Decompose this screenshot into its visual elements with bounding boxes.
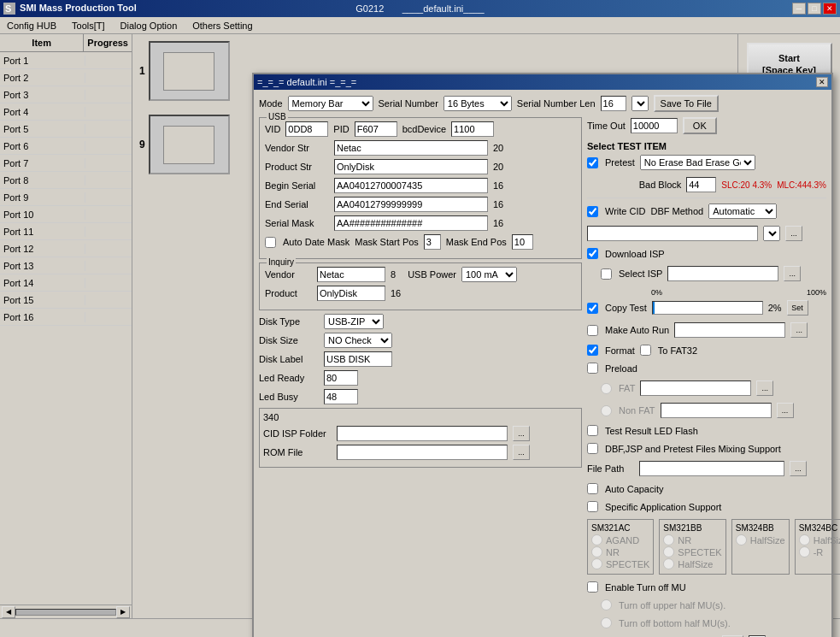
auto-date-checkbox[interactable] (265, 237, 276, 248)
fat-input[interactable] (640, 380, 751, 396)
format-checkbox[interactable] (587, 345, 598, 356)
dbf-mixing-checkbox[interactable] (587, 443, 598, 454)
dialog-columns: USB VID PID bcdDevice Vendor Str (259, 117, 826, 637)
test-result-label: Test Result LED Flash (605, 426, 698, 436)
led-ready-input[interactable] (324, 370, 358, 386)
pretest-checkbox[interactable] (587, 157, 598, 168)
write-cid-browse-button[interactable]: ... (785, 226, 802, 241)
non-fat-browse-button[interactable]: ... (777, 403, 794, 418)
mask-start-input[interactable] (424, 234, 441, 250)
dialog-close-button[interactable]: ✕ (816, 77, 828, 87)
non-fat-input[interactable] (661, 403, 772, 418)
close-button[interactable]: ✕ (823, 3, 837, 15)
sm321bb-spectek-radio[interactable] (663, 546, 674, 557)
fat-radio[interactable] (601, 383, 612, 394)
make-auto-run-checkbox[interactable] (587, 325, 598, 336)
sn-len-input[interactable] (601, 96, 626, 111)
write-cid-checkbox[interactable] (587, 206, 598, 217)
sm321bb-nr-radio[interactable] (663, 534, 674, 546)
led-busy-input[interactable] (324, 389, 358, 404)
to-fat32-checkbox[interactable] (640, 345, 651, 356)
product-input[interactable] (317, 286, 385, 301)
cid-row: CID ISP Folder ... (263, 426, 578, 441)
timeout-input[interactable] (631, 118, 678, 133)
rom-input[interactable] (337, 445, 508, 460)
end-serial-input[interactable] (334, 197, 488, 212)
file-path-input[interactable] (639, 461, 784, 476)
maximize-button[interactable]: □ (808, 3, 821, 15)
minimize-button[interactable]: ─ (792, 3, 806, 15)
port-1-inner (163, 52, 214, 91)
select-isp-input[interactable] (667, 266, 778, 281)
product-str-row: Product Str 20 (265, 159, 576, 174)
horizontal-scrollbar[interactable]: ◀ ▶ (0, 605, 132, 618)
sm321ac-spectek-radio[interactable] (591, 558, 602, 569)
usb-power-select[interactable]: 100 mA (461, 267, 517, 282)
cid-browse-button[interactable]: ... (513, 426, 530, 441)
fat-browse-button[interactable]: ... (756, 380, 773, 396)
table-row: Port 3 (0, 86, 132, 103)
serial-mask-input[interactable] (334, 215, 488, 231)
copy-set-button[interactable]: Set (787, 300, 808, 316)
make-auto-run-input[interactable] (674, 322, 785, 338)
vendor-str-input[interactable] (334, 140, 488, 156)
disk-size-select[interactable]: NO Check (324, 333, 392, 348)
vid-input[interactable] (285, 121, 328, 137)
timeout-row: Time Out OK (587, 117, 826, 134)
specific-app-checkbox[interactable] (587, 501, 598, 512)
disk-type-select[interactable]: USB-ZIP (324, 314, 384, 329)
menu-config-hub[interactable]: Config HUB (3, 19, 60, 32)
write-cid-dropdown[interactable]: ▼ (763, 226, 780, 241)
sm324bc-r-radio[interactable] (799, 546, 810, 557)
write-cid-text-input[interactable] (587, 226, 758, 241)
turn-off-bottom-radio[interactable] (601, 617, 612, 628)
sm321ac-nr-radio[interactable] (591, 546, 602, 557)
sm321bb-halfsize-radio[interactable] (663, 558, 674, 569)
dbf-method-select[interactable]: Automatic (708, 203, 777, 219)
product-str-input[interactable] (334, 159, 488, 174)
isp-browse-button[interactable]: ... (784, 266, 801, 281)
scroll-right-btn[interactable]: ▶ (116, 606, 130, 618)
cid-input[interactable] (337, 426, 508, 441)
sm324bb-halfsize-radio[interactable] (736, 534, 747, 546)
pretest-select[interactable]: No Erase Bad Erase Good Block (640, 155, 755, 170)
pid-input[interactable] (355, 121, 397, 137)
app-title: SMI Mass Production Tool (20, 3, 137, 13)
sn-select[interactable]: 16 Bytes (443, 96, 512, 111)
preload-checkbox[interactable] (587, 363, 598, 374)
menu-others-setting[interactable]: Others Setting (189, 19, 256, 32)
bcd-label: bcdDevice (402, 124, 446, 134)
rom-browse-button[interactable]: ... (513, 445, 530, 460)
save-to-file-button[interactable]: Save To File (654, 95, 719, 112)
file-path-browse-button[interactable]: ... (790, 461, 807, 476)
mask-end-input[interactable] (512, 234, 533, 250)
mode-select[interactable]: Memory Bar (288, 96, 373, 111)
non-fat-radio[interactable] (601, 405, 612, 416)
sm324bc-halfsize-radio[interactable] (799, 534, 810, 546)
specific-app-row: Specific Application Support (587, 501, 826, 512)
auto-capacity-checkbox[interactable] (587, 483, 598, 494)
agand-radio[interactable] (591, 534, 602, 546)
download-isp-checkbox[interactable] (587, 248, 598, 259)
copy-test-checkbox[interactable] (587, 303, 598, 314)
left-panel: Item Progress Port 1 Port 2 Port 3 Port … (0, 34, 132, 618)
disk-label-input[interactable] (324, 351, 392, 367)
auto-run-browse-button[interactable]: ... (790, 322, 808, 338)
menu-tools[interactable]: Tools[T] (68, 19, 109, 32)
select-isp-checkbox[interactable] (601, 268, 612, 280)
menu-dialog-option[interactable]: Dialog Option (117, 19, 181, 32)
begin-serial-input[interactable] (334, 178, 488, 193)
sn-len-select[interactable]: ▼ (631, 96, 649, 111)
table-row: Port 16 (0, 309, 132, 326)
scroll-left-btn[interactable]: ◀ (2, 606, 15, 618)
test-result-checkbox[interactable] (587, 425, 598, 436)
disk-type-row: Disk Type USB-ZIP (259, 314, 582, 329)
vendor-input[interactable] (317, 267, 385, 282)
bcd-input[interactable] (451, 121, 494, 137)
bad-block-input[interactable] (686, 177, 716, 192)
turn-off-upper-radio[interactable] (601, 599, 612, 610)
copy-test-row: Copy Test 2% Set (587, 300, 826, 316)
ok-button[interactable]: OK (683, 117, 717, 134)
non-fat-label: Non FAT (619, 405, 655, 416)
enable-turn-off-checkbox[interactable] (587, 581, 598, 593)
